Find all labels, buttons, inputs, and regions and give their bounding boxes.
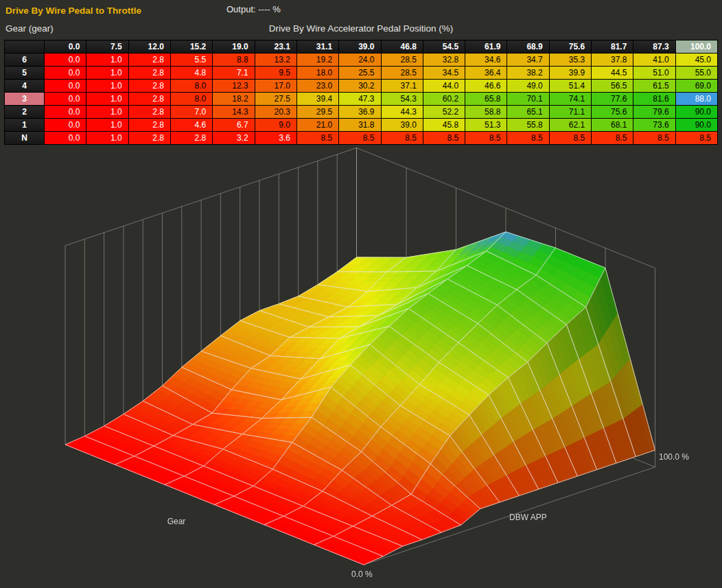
- table-cell[interactable]: 69.0: [675, 80, 717, 93]
- table-cell[interactable]: 3.6: [255, 132, 296, 145]
- table-cell[interactable]: 31.8: [339, 119, 381, 132]
- table-cell[interactable]: 14.3: [213, 106, 255, 119]
- table-cell[interactable]: 4.6: [170, 119, 212, 132]
- col-header[interactable]: 54.5: [423, 40, 465, 54]
- table-cell[interactable]: 55.8: [507, 119, 549, 132]
- table-cell[interactable]: 3.2: [213, 132, 255, 145]
- table-cell[interactable]: 32.8: [423, 54, 465, 67]
- table-cell[interactable]: 2.8: [128, 93, 170, 106]
- table-cell[interactable]: 55.0: [675, 67, 717, 80]
- table-cell[interactable]: 71.1: [549, 106, 591, 119]
- table-cell[interactable]: 1.0: [86, 93, 128, 106]
- table-cell[interactable]: 51.3: [465, 119, 507, 132]
- table-cell[interactable]: 20.3: [255, 106, 296, 119]
- table-cell[interactable]: 1.0: [86, 80, 128, 93]
- surface-canvas[interactable]: [0, 146, 722, 583]
- col-header[interactable]: 7.5: [86, 40, 128, 54]
- table-cell[interactable]: 19.2: [296, 54, 338, 67]
- table-cell[interactable]: 90.0: [675, 119, 717, 132]
- table-cell[interactable]: 2.8: [128, 106, 170, 119]
- col-header[interactable]: 100.0: [675, 40, 717, 54]
- col-header[interactable]: 19.0: [213, 40, 255, 54]
- table-cell[interactable]: 24.0: [339, 54, 381, 67]
- table-cell[interactable]: 61.5: [633, 80, 675, 93]
- col-header[interactable]: 0.0: [45, 40, 86, 54]
- table-cell[interactable]: 39.0: [381, 119, 423, 132]
- table-cell[interactable]: 7.0: [170, 106, 212, 119]
- table-cell[interactable]: 41.0: [633, 54, 675, 67]
- table-cell[interactable]: 5.5: [170, 54, 212, 67]
- table-cell[interactable]: 30.2: [339, 80, 381, 93]
- table-cell[interactable]: 8.0: [170, 93, 212, 106]
- table-cell[interactable]: 68.1: [592, 119, 633, 132]
- table-cell[interactable]: 17.0: [255, 80, 296, 93]
- table-cell[interactable]: 8.8: [213, 54, 255, 67]
- col-header[interactable]: 31.1: [296, 40, 338, 54]
- table-cell[interactable]: 75.6: [592, 106, 633, 119]
- row-header[interactable]: 6: [5, 54, 45, 67]
- table-cell[interactable]: 34.5: [423, 67, 465, 80]
- table-cell[interactable]: 8.5: [339, 132, 381, 145]
- table-cell[interactable]: 9.0: [255, 119, 296, 132]
- col-header[interactable]: 87.3: [633, 40, 675, 54]
- table-cell[interactable]: 65.1: [507, 106, 549, 119]
- table-cell[interactable]: 25.5: [339, 67, 381, 80]
- row-header[interactable]: 1: [5, 119, 45, 132]
- table-cell[interactable]: 13.2: [255, 54, 296, 67]
- table-cell[interactable]: 73.6: [633, 119, 675, 132]
- table-cell[interactable]: 56.5: [592, 80, 633, 93]
- table-cell[interactable]: 52.2: [423, 106, 465, 119]
- row-header[interactable]: N: [5, 132, 45, 145]
- table-cell[interactable]: 2.8: [128, 54, 170, 67]
- selected-cell[interactable]: 88.0: [675, 93, 717, 106]
- table-cell[interactable]: 79.6: [633, 106, 675, 119]
- row-header[interactable]: 3: [5, 93, 45, 106]
- table-cell[interactable]: 90.0: [675, 106, 717, 119]
- table-cell[interactable]: 1.0: [86, 54, 128, 67]
- col-header[interactable]: 12.0: [128, 40, 170, 54]
- table-cell[interactable]: 2.8: [128, 132, 170, 145]
- table-cell[interactable]: 46.6: [465, 80, 507, 93]
- table-cell[interactable]: 36.9: [339, 106, 381, 119]
- table-cell[interactable]: 70.1: [507, 93, 549, 106]
- table-cell[interactable]: 45.0: [675, 54, 717, 67]
- col-header[interactable]: 15.2: [170, 40, 212, 54]
- table-cell[interactable]: 27.5: [255, 93, 296, 106]
- table-cell[interactable]: 47.3: [339, 93, 381, 106]
- table-cell[interactable]: 51.4: [549, 80, 591, 93]
- table-cell[interactable]: 39.4: [296, 93, 338, 106]
- table-cell[interactable]: 0.0: [45, 67, 86, 80]
- table-cell[interactable]: 60.2: [423, 93, 465, 106]
- table-cell[interactable]: 4.8: [170, 67, 212, 80]
- table-cell[interactable]: 28.5: [381, 67, 423, 80]
- table-cell[interactable]: 8.0: [170, 80, 212, 93]
- table-cell[interactable]: 8.5: [296, 132, 338, 145]
- table-cell[interactable]: 8.5: [423, 132, 465, 145]
- table-cell[interactable]: 2.8: [128, 80, 170, 93]
- table-cell[interactable]: 44.0: [423, 80, 465, 93]
- table-cell[interactable]: 0.0: [45, 119, 86, 132]
- col-header[interactable]: 23.1: [255, 40, 296, 54]
- table-cell[interactable]: 38.2: [507, 67, 549, 80]
- table-cell[interactable]: 62.1: [549, 119, 591, 132]
- table-cell[interactable]: 8.5: [633, 132, 675, 145]
- table-cell[interactable]: 29.5: [296, 106, 338, 119]
- table-cell[interactable]: 36.4: [465, 67, 507, 80]
- table-cell[interactable]: 8.5: [549, 132, 591, 145]
- table-cell[interactable]: 8.5: [507, 132, 549, 145]
- table-cell[interactable]: 0.0: [45, 80, 86, 93]
- table-cell[interactable]: 81.6: [633, 93, 675, 106]
- table-cell[interactable]: 21.0: [296, 119, 338, 132]
- table-cell[interactable]: 37.1: [381, 80, 423, 93]
- table-cell[interactable]: 49.0: [507, 80, 549, 93]
- table-cell[interactable]: 8.5: [592, 132, 633, 145]
- table-cell[interactable]: 44.3: [381, 106, 423, 119]
- table-cell[interactable]: 37.8: [592, 54, 633, 67]
- table-cell[interactable]: 8.5: [465, 132, 507, 145]
- table-cell[interactable]: 2.8: [170, 132, 212, 145]
- table-cell[interactable]: 23.0: [296, 80, 338, 93]
- table-cell[interactable]: 77.6: [592, 93, 633, 106]
- table-cell[interactable]: 2.8: [128, 119, 170, 132]
- table-cell[interactable]: 0.0: [45, 132, 86, 145]
- table-cell[interactable]: 1.0: [86, 67, 128, 80]
